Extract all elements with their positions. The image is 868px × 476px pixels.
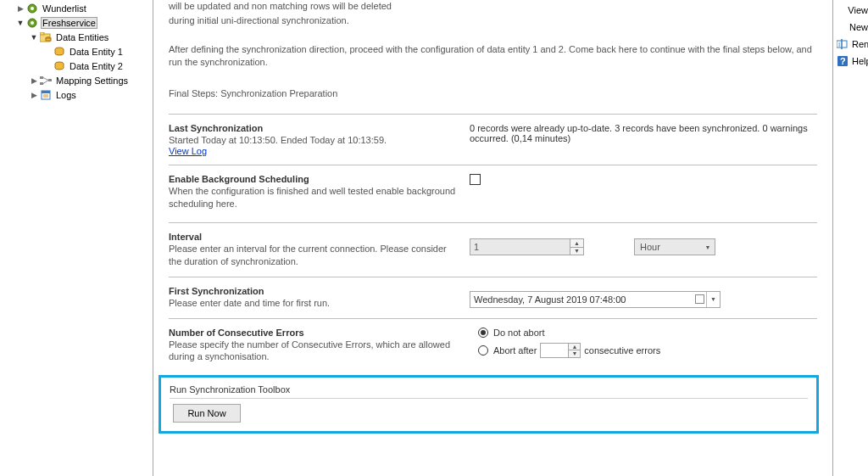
bg-sched-title: Enable Background Scheduling [169,174,461,184]
spin-up-icon[interactable]: ▲ [570,239,583,248]
svg-line-14 [43,81,48,84]
chevron-down-icon[interactable]: ▼ [706,292,720,307]
svg-text:I: I [838,41,840,48]
svg-line-13 [43,78,48,81]
view-log-link[interactable]: View Log [169,146,207,156]
first-sync-datetime-input[interactable]: Wednesday, 7 August 2019 07:48:00 ▼ [470,291,721,308]
spin-up-icon[interactable]: ▲ [569,344,580,351]
tree-label: Freshservice [41,17,97,29]
svg-point-3 [31,21,34,25]
abort-after-input[interactable]: ▲▼ [540,343,581,358]
interval-value-input[interactable]: 1▲▼ [470,238,584,255]
rp-help[interactable]: ?Help [833,53,868,70]
svg-rect-10 [40,76,43,79]
tree-item-data-entity-2[interactable]: Data Entity 2 [5,59,153,73]
tree-label: Mapping Settings [54,76,130,86]
log-icon [39,89,53,101]
errors-desc: Please specify the number of Consecutive… [169,339,461,364]
tree-item-data-entity-1[interactable]: Data Entity 1 [5,45,153,59]
bg-sched-checkbox[interactable] [470,174,481,185]
interval-title: Interval [169,232,461,242]
run-sync-toolbox-highlight: Run Synchronization Toolbox Run Now [159,375,819,434]
chevron-down-icon: ▼ [15,19,25,27]
final-steps-header: Final Steps: Synchronization Preparation [169,88,817,98]
rp-new[interactable]: New [833,19,868,36]
errors-title: Number of Consecutive Errors [169,328,461,338]
spin-down-icon[interactable]: ▼ [569,350,580,357]
svg-rect-16 [42,91,50,93]
last-sync-title: Last Synchronization [169,123,461,133]
radio-icon [478,345,488,356]
radio-do-not-abort[interactable]: Do not abort [478,328,817,338]
tree-item-freshservice[interactable]: ▼Freshservice [5,16,153,30]
chevron-down-icon: ▼ [701,239,715,255]
database-icon [53,46,66,58]
spin-down-icon[interactable]: ▼ [570,248,583,255]
rp-rename[interactable]: IRen [833,36,868,53]
tree-item-wunderlist[interactable]: ▶Wunderlist [5,2,153,15]
svg-text:?: ? [840,56,846,66]
tree-label: Data Entity 2 [68,61,125,71]
instruction-text: After defining the synchronization direc… [169,43,817,70]
tree-item-logs[interactable]: ▶Logs [5,88,153,102]
gear-icon [25,3,39,14]
gear-icon [25,17,39,29]
last-sync-result: 0 records were already up-to-date. 3 rec… [470,123,817,157]
run-now-button[interactable]: Run Now [173,404,241,423]
svg-rect-5 [40,32,44,35]
interval-desc: Please enter an interval for the current… [169,243,461,268]
tree-label: Data Entities [54,32,110,42]
svg-point-1 [31,7,34,10]
tree-label: Data Entity 1 [68,47,125,57]
radio-abort-after[interactable]: Abort after▲▼consecutive errors [478,343,817,358]
toolbox-title: Run Synchronization Toolbox [170,384,808,399]
folder-db-icon [39,31,53,43]
svg-rect-11 [40,82,43,85]
chevron-right-icon: ▶ [29,91,39,99]
bg-sched-desc: When the configuration is finished and w… [169,185,461,210]
mapping-icon [39,75,53,87]
intro-text-2: during initial uni-directional synchroni… [169,14,817,27]
tree-panel: ▶Wunderlist ▼Freshservice ▼Data Entities… [0,0,153,476]
main-panel: will be updated and non matching rows wi… [153,0,832,476]
chevron-right-icon: ▶ [15,4,25,13]
rp-view[interactable]: View [833,2,868,19]
tree-label: Logs [54,90,78,100]
svg-rect-12 [48,79,52,81]
radio-icon [478,328,488,338]
first-sync-title: First Synchronization [169,286,461,296]
interval-unit-select[interactable]: Hour▼ [634,238,715,255]
tree-label: Wunderlist [41,3,88,14]
tree-item-mapping-settings[interactable]: ▶Mapping Settings [5,74,153,87]
chevron-right-icon: ▶ [29,76,39,85]
svg-rect-7 [46,38,51,41]
first-sync-desc: Please enter date and time for first run… [169,297,461,310]
date-check-icon[interactable] [695,294,704,304]
tree-item-data-entities[interactable]: ▼Data Entities [5,31,153,44]
last-sync-desc: Started Today at 10:13:50. Ended Today a… [169,134,461,147]
intro-text-1: will be updated and non matching rows wi… [169,0,817,13]
help-icon: ? [837,55,849,67]
database-icon [53,60,66,72]
chevron-down-icon: ▼ [29,33,39,42]
right-panel: View New IRen ?Help [832,0,868,476]
rename-icon: I [837,38,849,50]
